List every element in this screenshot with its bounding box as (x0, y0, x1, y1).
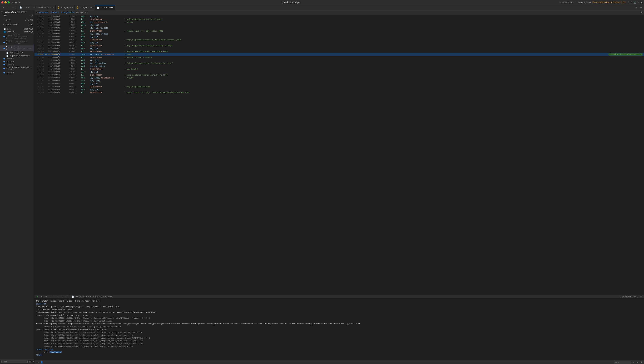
code-row-649876: 649876 0x10b898ac8 <+504>: cbz w0, 0x10b… (34, 21, 644, 24)
sidebar-filter: ⊞ ≡ (0, 359, 34, 364)
thread-8[interactable]: Thread 8 (0, 71, 34, 74)
pause-debugger-btn[interactable]: ⏸ (40, 296, 43, 298)
tab-control[interactable]: 📄 control (18, 5, 31, 10)
main-layout: ▼ WhatsApp PID 48227 CPU 0% Memory 37.3 … (0, 10, 644, 364)
thread-badge: Thread 3: instruction step into (608, 53, 642, 56)
code-row-649892: 649892 0x10b898b08 <+568>: bl 0x10bf37ea… (34, 68, 644, 70)
stop-icon[interactable]: ■ (15, 1, 17, 4)
expand-btn[interactable]: ⊞ (640, 296, 642, 298)
console-line-thread: * thread #3, queue = 'net.whatsapp.crypt… (36, 305, 642, 308)
console-pane: The "write" command has been loaded and … (34, 298, 644, 364)
thread-3[interactable]: Thread 3 Queue: net.whatsapp.crypto (ser… (0, 45, 34, 52)
breadcrumb-expand-icon[interactable]: ⊞ (641, 12, 642, 14)
titlebar-right: HookWhatsApp › iPhone7_1331 Paused Whats… (560, 1, 642, 4)
toolbar-right-icons: ⊟ ⊞ (634, 6, 642, 10)
thread-3-dot (4, 48, 5, 49)
return-btn[interactable]: ⤶ (65, 296, 68, 298)
add-icon[interactable]: ＋ (638, 1, 640, 4)
file-icon-active: 📄 (97, 6, 99, 9)
play-icon[interactable]: ▶ (19, 1, 20, 4)
center-pane: ‹ › WhatsApp › Thread 3 › 0 sub_6307F8 ›… (34, 10, 644, 364)
thread-8-dot (4, 72, 5, 74)
grid-view-button[interactable]: ⊞ (2, 6, 5, 10)
code-row-649894: 649894 0x10b898b10 <+576>: bl 0x10c00330… (34, 74, 644, 76)
process-header[interactable]: ▼ WhatsApp PID 48227 (0, 10, 34, 14)
step-out-btn[interactable]: ↑ (53, 296, 55, 298)
thread-8-label: Thread 8 (6, 72, 14, 74)
console-line-frame3: frame #3: 0x000000010bef7bcc SharedModul… (39, 325, 642, 328)
filter-input[interactable] (2, 360, 28, 363)
console-line-bt-cmd: (lldb) bt (36, 302, 642, 306)
sidebar-toggle-icon[interactable]: ⊡ (12, 1, 14, 4)
step-instruction-over-btn[interactable]: ⬇ (61, 296, 64, 298)
thread-4[interactable]: Thread 4 (0, 57, 34, 60)
step-instruction-btn[interactable]: ⬆ (56, 296, 59, 298)
maximize-button[interactable] (8, 2, 10, 4)
thread-2[interactable]: Thread 2 Queue: logger (serial) (0, 40, 34, 45)
breadcrumb-left-icon[interactable]: ‹ (36, 12, 36, 14)
breadcrumb-thread3[interactable]: Thread 3 (50, 12, 59, 14)
person-icon[interactable]: 👤 (40, 361, 44, 364)
filter-options-icon[interactable]: ⊞ (636, 361, 639, 364)
forward-button[interactable]: › (11, 6, 15, 10)
eventfetch-dot (4, 68, 5, 69)
thread-1[interactable]: Thread 1 Queue: com.apple.main-thread (s… (0, 34, 34, 40)
status-thread-info: WhatsApp > Thread 3 > 0 sub_6307F8 (75, 296, 112, 298)
play-debugger-btn[interactable]: ▶ (36, 296, 39, 298)
console-line-frame4: frame #4: 0x0000000001aff6e610 libdispat… (39, 331, 642, 334)
console-line-reg-cmd: (lldb) reg r w0 (36, 348, 642, 351)
filter-clear-icon[interactable]: ✕ (632, 361, 635, 364)
screenshot-icon[interactable]: 📷 (634, 1, 636, 4)
minimize-button[interactable] (4, 2, 6, 4)
breadcrumb-right-icon[interactable]: › (37, 12, 38, 14)
close-button[interactable] (2, 2, 4, 4)
back-button[interactable]: ‹ (6, 6, 10, 10)
tab-hookwhatsapp[interactable]: ⚙ HookWhatsApp.xm (31, 5, 56, 10)
thread-4-label: Thread 4 (6, 58, 14, 60)
status-line-info: Line: 649887 Col: 1 (620, 296, 638, 298)
filter-type-icon[interactable]: ≡ (32, 360, 34, 363)
console-line-frame9: frame #9: 0x0000000001affbeb88 libsystem… (39, 345, 642, 348)
thread-5[interactable]: Thread 5 (0, 60, 34, 63)
breadcrumb: ‹ › WhatsApp › Thread 3 › 0 sub_6307F8 ›… (34, 10, 644, 15)
pthread-wqthread-item[interactable]: 📄 8 _pthread_wqthread (0, 54, 34, 57)
thread-1-dot (4, 36, 5, 38)
breadcrumb-sub[interactable]: 0 sub_6307F8 (61, 12, 74, 14)
tab-sub-6307f8[interactable]: 📄 0 sub_6307F8 (95, 5, 115, 10)
step-over-btn[interactable]: ↷ (45, 296, 48, 298)
eventfetch-thread[interactable]: com.apple.uikit.eventfetch-thread (7) (0, 66, 34, 71)
console-line-frame0c: _cmd="localKeysAvailable") at hook_keys.… (36, 314, 642, 317)
split-view-button[interactable]: ⊟ (634, 6, 638, 10)
sub-6307f8-item[interactable]: 📄 0 sub_6307F8 (0, 52, 34, 54)
thread-2-queue: Queue: logger (serial) (15, 40, 33, 44)
titlebar-icons: ■ ▶ (15, 1, 20, 4)
hook-icon: 🪝 (57, 6, 60, 9)
code-view[interactable]: 649874 0x10b898ac0 <+496>: mov x0, x19 6… (34, 15, 644, 295)
console-filter-input[interactable] (614, 361, 631, 364)
process-name: WhatsApp (5, 11, 16, 13)
metric-network: 🌐 Network Zero KB/s (0, 30, 34, 33)
tab-hook-reg[interactable]: 🪝 hook_reg.xm (56, 5, 75, 10)
warning-icon: ⚠ (628, 1, 630, 4)
console-content[interactable]: The "write" command has been loaded and … (34, 298, 644, 360)
gear-icon: ⚙ (33, 6, 35, 9)
thread-4-dot (4, 58, 5, 60)
eye-icon[interactable]: 👁 (36, 361, 39, 364)
process-name: HookWhatsApp (560, 1, 574, 4)
layout-icon[interactable]: ⊞ (641, 1, 642, 4)
thread-6[interactable]: Thread 6 (0, 63, 34, 66)
tab-hook-keys[interactable]: 🪝 hook_keys.xm (75, 5, 95, 10)
layout-button[interactable]: ⊞ (639, 6, 642, 10)
breadcrumb-whatsapp[interactable]: WhatsApp (38, 12, 48, 14)
disk-label: 💾 Disk (4, 28, 10, 30)
filter-download-icon[interactable]: ⬇ (640, 361, 642, 364)
code-row-649898: 649898 0x10b898b20 <+592>: bl 0x10bfe11c… (34, 85, 644, 88)
pthread-wqthread-label: 8 _pthread_wqthread (10, 55, 30, 57)
file-pthread-icon: 📄 (6, 55, 8, 57)
filter-options-icon[interactable]: ⊞ (29, 360, 32, 363)
thread-3-label: Thread 3 (6, 46, 12, 50)
network-label: 🌐 Network (4, 31, 14, 33)
status-icon: 📄 (72, 296, 74, 298)
step-into-btn[interactable]: ↓ (49, 296, 52, 298)
code-row-649877: 649877 0x10b898acc <+508>: adrp x8, 4293 (34, 24, 644, 26)
